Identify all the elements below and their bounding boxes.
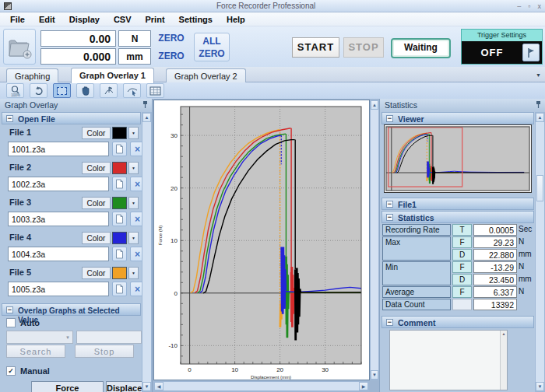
svg-text:30: 30 (322, 366, 329, 373)
marker-flag-button[interactable] (100, 83, 118, 98)
collapse-icon[interactable]: − (6, 115, 13, 122)
stat-average-label: Average (382, 286, 451, 298)
collapse-icon[interactable]: − (386, 115, 393, 122)
file1-section-header[interactable]: − File1 (382, 198, 534, 210)
tab-graph-overlay-2[interactable]: Graph Overlay 2 (166, 68, 246, 83)
viewer-section-header[interactable]: − Viewer (382, 112, 534, 124)
menu-help[interactable]: Help (220, 13, 252, 26)
search-stop-button[interactable]: Stop (75, 345, 134, 358)
scroll-down-arrow[interactable]: ▼ (142, 382, 151, 391)
file-2-color-dropdown[interactable]: ▼ (128, 162, 139, 174)
file-3-filename-input[interactable]: 1003.z3a (8, 212, 109, 226)
file-1-color-swatch[interactable] (112, 127, 127, 139)
scroll-left-arrow[interactable]: ◀ (154, 382, 164, 390)
statistics-header-label: Statistics (398, 213, 434, 222)
statistics-section-header[interactable]: − Statistics (382, 211, 534, 223)
file-1-filename-input[interactable]: 1001.z3a (8, 142, 109, 156)
collapse-icon[interactable]: − (386, 201, 393, 208)
file-3-label: File 3 (9, 198, 31, 207)
file-4-filename-input[interactable]: 1004.z3a (8, 247, 109, 261)
pan-button[interactable] (76, 83, 94, 98)
scroll-up-arrow[interactable]: ▲ (501, 331, 507, 338)
overlap-section-header[interactable]: − Overlap Graphs at Selected Value (2, 303, 141, 316)
displacement-zero-button[interactable]: ZERO (153, 48, 189, 65)
graph-canvas[interactable]: 0102030-100102030Displacement (mm)Force … (153, 100, 370, 380)
file-4-color-swatch[interactable] (112, 232, 127, 244)
trigger-settings-button[interactable] (522, 44, 540, 61)
displacement-mode-button[interactable]: Displaceme (106, 381, 142, 392)
menu-bar: File Edit Display CSV Print Settings Hel… (0, 12, 545, 26)
menu-edit[interactable]: Edit (32, 13, 62, 26)
file-5-browse-button[interactable] (112, 282, 127, 296)
displacement-unit-label: mm (118, 48, 151, 65)
zoom-100-button[interactable]: 100% (6, 83, 24, 98)
left-panel-scrollbar[interactable]: ▲ ▼ (142, 112, 152, 392)
collapse-icon[interactable]: − (386, 319, 393, 326)
tab-graphing[interactable]: Graphing (6, 68, 58, 83)
open-file-section-header[interactable]: − Open File (2, 112, 141, 124)
manual-checkbox[interactable]: ✓ (6, 366, 16, 376)
file-2-color-swatch[interactable] (112, 162, 127, 174)
svg-text:20: 20 (171, 185, 178, 192)
open-file-button[interactable] (3, 29, 36, 65)
file-2-filename-input[interactable]: 1002.z3a (8, 177, 109, 191)
comment-section-header[interactable]: − Comment (382, 316, 534, 328)
scroll-down-arrow[interactable]: ▼ (536, 382, 544, 391)
file-4-color-dropdown[interactable]: ▼ (128, 232, 139, 244)
stat-letter: T (452, 224, 472, 236)
force-zero-button[interactable]: ZERO (153, 30, 189, 47)
file-3-color-swatch[interactable] (112, 197, 127, 209)
file-4-browse-button[interactable] (112, 247, 127, 261)
displacement-value-display: 0.000 (40, 48, 116, 65)
file-3-browse-button[interactable] (112, 212, 127, 226)
tab-graph-overlay-1[interactable]: Graph Overlay 1 (71, 68, 154, 83)
all-zero-button[interactable]: ALL ZERO (194, 33, 230, 61)
maximize-button[interactable]: ▫ (528, 2, 530, 10)
select-region-button[interactable] (53, 83, 71, 98)
collapse-icon[interactable]: − (386, 214, 393, 221)
scroll-down-arrow[interactable]: ▼ (371, 370, 378, 380)
search-button[interactable]: Search (6, 345, 65, 358)
scroll-up-arrow[interactable]: ▲ (371, 100, 378, 110)
menu-print[interactable]: Print (139, 13, 172, 26)
overlap-value-input[interactable] (76, 331, 142, 344)
file-1-browse-button[interactable] (112, 142, 127, 156)
stat-letter: F (452, 286, 472, 298)
file-list: File 1 Color ▼ 1001.z3a × File 2 Color ▼… (2, 125, 141, 300)
scroll-up-arrow[interactable]: ▲ (142, 113, 151, 122)
graph-vertical-scrollbar[interactable]: ▲ ▼ (370, 100, 379, 380)
collapse-icon[interactable]: − (6, 306, 13, 313)
file-5-filename-input[interactable]: 1005.z3a (8, 282, 109, 296)
file-5-color-dropdown[interactable]: ▼ (128, 267, 139, 279)
point-pick-button[interactable] (123, 83, 141, 98)
scroll-up-arrow[interactable]: ▲ (536, 113, 544, 122)
overlap-value-dropdown[interactable]: ▼ (6, 331, 73, 344)
main-toolbar: 0.00 N ZERO 0.000 mm ZERO ALL ZERO START… (0, 26, 545, 67)
scrollbar-thumb[interactable] (536, 175, 543, 201)
data-table-button[interactable] (146, 83, 164, 98)
menu-file[interactable]: File (3, 13, 32, 26)
file-3-color-dropdown[interactable]: ▼ (128, 197, 139, 209)
auto-checkbox[interactable] (6, 318, 16, 327)
menu-display[interactable]: Display (62, 13, 107, 26)
close-button[interactable]: x (538, 2, 542, 10)
file-2-browse-button[interactable] (112, 177, 127, 191)
tab-list-dropdown[interactable]: ▼ (536, 72, 541, 78)
overview-viewer[interactable] (384, 124, 532, 193)
pin-icon[interactable] (535, 100, 542, 109)
comment-textarea[interactable]: ▲ (389, 330, 508, 390)
file-5-color-swatch[interactable] (112, 267, 127, 279)
file-1-color-dropdown[interactable]: ▼ (128, 127, 139, 139)
right-panel-scrollbar[interactable]: ▲ ▼ (535, 112, 545, 392)
comment-scrollbar[interactable]: ▲ (500, 331, 507, 390)
scroll-right-arrow[interactable]: ▶ (359, 382, 368, 390)
pin-icon[interactable] (142, 100, 149, 109)
menu-csv[interactable]: CSV (107, 13, 139, 26)
force-mode-button[interactable]: Force (31, 381, 104, 392)
undo-button[interactable] (30, 83, 47, 98)
file-2-label: File 2 (9, 163, 31, 172)
minimize-button[interactable]: – (517, 2, 521, 10)
start-button[interactable]: START (292, 37, 339, 58)
graph-horizontal-scrollbar[interactable]: ◀ ▶ (153, 381, 369, 391)
menu-settings[interactable]: Settings (172, 13, 220, 26)
